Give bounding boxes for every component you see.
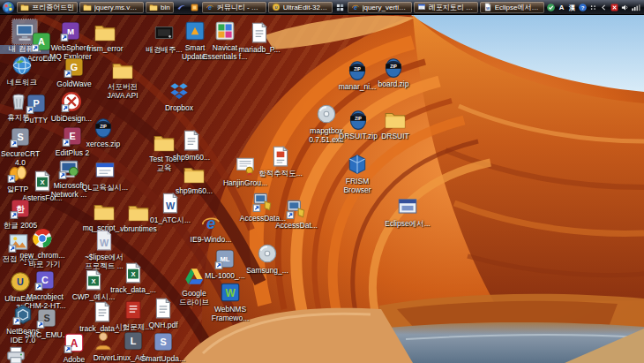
hangul-icon: 한	[8, 196, 33, 221]
icon-label: track_data_...	[102, 286, 164, 295]
desktop-icon[interactable]: EEditPlus 2	[41, 124, 103, 158]
taskbar-button[interactable]: 레포지토리 매니...	[414, 2, 478, 13]
ime-hanja-indicator[interactable]: 漢	[567, 3, 577, 12]
svg-text:e: e	[208, 4, 212, 11]
svg-text:X: X	[40, 178, 44, 186]
desktop-icon[interactable]: Eclipse에서...	[377, 194, 438, 229]
frism-icon	[345, 152, 370, 177]
taskbar-button-label: bin	[161, 4, 170, 11]
desktop: 내 컴퓨터AAcroEditMWebSphere MQ Explorerfris…	[0, 0, 644, 363]
desktop-icon[interactable]: frism_error	[74, 19, 136, 54]
smcapp-icon: S	[34, 306, 59, 330]
red-alert-icon[interactable]	[610, 3, 619, 12]
icon-label: new_chrom... - 바로 가기	[11, 252, 73, 268]
system-tray: A漢? 오전 11:46	[546, 3, 644, 12]
webnms-icon: W	[218, 280, 243, 305]
ie-icon: e	[198, 210, 223, 235]
svg-text:X: X	[91, 277, 95, 285]
icon-label: FRISM Browser	[326, 178, 388, 194]
blue-swoosh-icon[interactable]	[176, 2, 187, 13]
desktop-icon[interactable]: Dropbox	[148, 79, 210, 113]
eclipsewin-icon	[395, 194, 420, 219]
svg-text:X: X	[131, 270, 135, 278]
svg-text:漢: 漢	[568, 4, 575, 11]
network-signal-icon[interactable]	[631, 3, 640, 12]
dropbox-icon	[167, 79, 191, 103]
desktop-icon[interactable]: Xtrack_data_...	[102, 261, 164, 295]
desktop-icon[interactable]: FRISM Browser	[326, 152, 388, 194]
taskbar-button[interactable]: UUltraEdit-32 - [...	[268, 2, 333, 13]
printer-icon	[4, 343, 28, 363]
window-grid-icon[interactable]	[334, 2, 346, 13]
icon-label: board.zip	[363, 80, 424, 89]
editplus-icon: E	[60, 124, 85, 148]
desktop-icon[interactable]: DRSUIT	[364, 107, 426, 141]
svg-text:?: ?	[580, 4, 584, 10]
desktop-icon[interactable]: mariadb_P...	[228, 20, 290, 55]
folder-icon	[93, 19, 117, 44]
taskbar-button[interactable]: 프리즘어드민	[17, 2, 78, 13]
excel-icon: X	[30, 169, 55, 193]
desktop-icon[interactable]: 네트워크	[0, 53, 44, 87]
desktop-icon[interactable]: 한한글 2005	[0, 196, 41, 231]
taskbar-button-label: UltraEdit-32 - [...	[283, 4, 329, 11]
word-icon: W	[158, 191, 183, 216]
status-dots-icon[interactable]	[588, 3, 598, 12]
icon-label: DRSUIT	[364, 132, 426, 141]
cd-icon	[255, 241, 280, 266]
doc-icon	[179, 128, 204, 153]
help-icon[interactable]: ?	[578, 3, 588, 12]
svg-text:A: A	[558, 4, 564, 11]
desktop-icon[interactable]: QL교육실시...	[74, 158, 136, 193]
svg-text:S: S	[160, 337, 166, 347]
svg-text:E: E	[69, 131, 75, 141]
ime-a-indicator[interactable]: A	[557, 3, 566, 12]
taskbar-button-label: Eclipse에서 프로...	[495, 3, 541, 12]
desktop-icon[interactable]: shp9m60...	[161, 128, 222, 163]
wordtemp-icon: W	[92, 228, 116, 253]
desktop-icon[interactable]: AccessDat...	[266, 196, 327, 231]
desktop-icon[interactable]: new_chrom... - 바로 가기	[11, 226, 73, 268]
folder-icon	[182, 162, 206, 186]
taskbar-button[interactable]: bin	[146, 2, 174, 13]
taskbar-button[interactable]: ejquery_vertical_...	[348, 2, 412, 13]
desktop-icon[interactable]: QNH.pdf	[132, 296, 194, 330]
desktop-icon[interactable]: ZIPboard.zip	[363, 55, 424, 89]
taskbar-button-label: jquery_vertical_...	[363, 4, 408, 11]
icon-label: WebNMS Framewo...	[199, 306, 261, 322]
globe-icon	[10, 53, 34, 78]
hidden-icons-arrow[interactable]	[599, 3, 609, 12]
svg-text:S: S	[17, 132, 23, 142]
doc-icon	[247, 20, 272, 45]
taskbar: 프리즘어드민jquery.ms.vertic...bine커뮤니티 - 내박..…	[0, 0, 644, 15]
icon-label: IE9-Windo...	[180, 236, 242, 245]
zip-icon: ZIP	[381, 55, 406, 79]
taskbar-button-label: 레포지토리 매니...	[429, 3, 475, 12]
desktop-icon[interactable]: WWebNMS Framewo...	[199, 280, 261, 322]
taskbar-button-label: jquery.ms.vertic...	[94, 4, 140, 11]
desktop-icon[interactable]: Samsung_...	[236, 241, 298, 276]
svg-text:P: P	[33, 98, 39, 109]
taskbar-buttons: 프리즘어드민jquery.ms.vertic...bine커뮤니티 - 내박..…	[17, 2, 544, 13]
svg-text:W: W	[100, 238, 109, 248]
taskbar-button[interactable]: WEclipse에서 프로...	[480, 2, 544, 13]
desktop-icon[interactable]: SSmartUpda...	[132, 329, 194, 363]
icon-label: 네트워크	[0, 79, 44, 87]
icon-label: frism_error	[74, 45, 136, 54]
svg-text:W: W	[166, 200, 176, 211]
volume-icon[interactable]	[620, 3, 630, 12]
green-util-icon[interactable]	[546, 3, 556, 12]
ubidesign-icon	[59, 89, 84, 114]
folder-icon	[383, 107, 408, 132]
goldwave-icon: G	[62, 55, 86, 79]
orange-app-icon[interactable]	[189, 2, 200, 13]
taskbar-button[interactable]: e커뮤니티 - 내박...	[202, 2, 266, 13]
start-button[interactable]	[2, 1, 15, 14]
chrome-icon	[30, 226, 55, 251]
icon-label: Samsung_...	[236, 267, 298, 276]
icon-label: SmartUpda...	[132, 355, 194, 363]
icon-label: mariadb_P...	[228, 46, 290, 55]
taskbar-button[interactable]: jquery.ms.vertic...	[79, 2, 144, 13]
icon-label: Eclipse에서...	[377, 220, 438, 229]
desktop-icon[interactable]: 삼성프린...	[0, 343, 32, 363]
